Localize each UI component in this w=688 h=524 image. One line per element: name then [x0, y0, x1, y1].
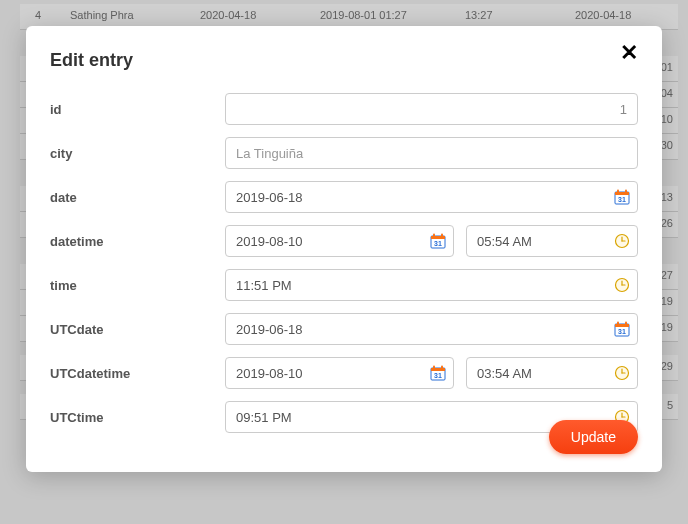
field-row-city: city: [50, 137, 638, 169]
field-row-date: date 31: [50, 181, 638, 213]
modal-title: Edit entry: [50, 50, 133, 71]
label-utcdate: UTCdate: [50, 322, 225, 337]
utcdate-input[interactable]: [225, 313, 638, 345]
field-row-utcdate: UTCdate 31: [50, 313, 638, 345]
edit-entry-modal: Edit entry ✕ id city date 31 date: [26, 26, 662, 472]
update-button[interactable]: Update: [549, 420, 638, 454]
id-input[interactable]: [225, 93, 638, 125]
date-input[interactable]: [225, 181, 638, 213]
time-input[interactable]: [225, 269, 638, 301]
field-row-utcdatetime: UTCdatetime 31: [50, 357, 638, 389]
close-icon[interactable]: ✕: [620, 42, 638, 64]
field-row-datetime: datetime 31: [50, 225, 638, 257]
datetime-date-input[interactable]: [225, 225, 454, 257]
utcdatetime-date-input[interactable]: [225, 357, 454, 389]
utcdatetime-time-input[interactable]: [466, 357, 638, 389]
label-datetime: datetime: [50, 234, 225, 249]
field-row-id: id: [50, 93, 638, 125]
label-time: time: [50, 278, 225, 293]
label-utctime: UTCtime: [50, 410, 225, 425]
city-input[interactable]: [225, 137, 638, 169]
datetime-time-input[interactable]: [466, 225, 638, 257]
label-id: id: [50, 102, 225, 117]
label-date: date: [50, 190, 225, 205]
field-row-time: time: [50, 269, 638, 301]
label-utcdatetime: UTCdatetime: [50, 366, 225, 381]
label-city: city: [50, 146, 225, 161]
